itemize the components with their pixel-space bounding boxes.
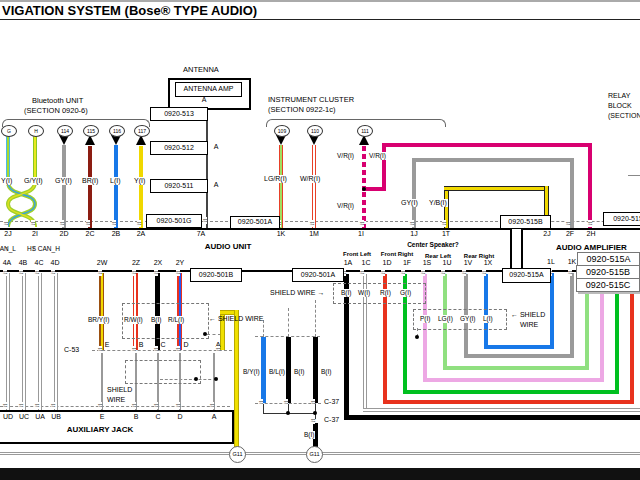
shield-wire-label: SHIELD [107,386,132,394]
relay-title-3: (SECTION [608,112,640,120]
wire-label: GY(I) [400,199,419,207]
antenna-amp-box: ANTENNA AMP [175,82,242,97]
pin: 1F [403,259,411,267]
shield-wire-outline [125,360,201,384]
wire-label: LG/R(I) [263,175,288,183]
wire-b2 [313,337,318,403]
wire-label: V/R(I) [336,202,355,210]
wire-bry [99,273,104,350]
wire-gy-long-v1 [412,160,416,228]
spk-wire-l [550,273,554,348]
junction-dot [415,335,419,339]
cl-conn-109: 109 [274,125,290,137]
pin: 2D [60,230,69,238]
pin: 1U [443,259,452,267]
spk-wire-r [383,400,634,404]
pin: 2W [97,259,108,267]
top-border [0,0,640,2]
wire-label: B/L(I) [268,368,286,376]
pin: 1D [383,259,392,267]
title-rule [0,19,640,20]
wire-label: W/R(I) [299,175,321,183]
pin: 2X [154,259,163,267]
junction-dot [214,377,218,381]
can-l-label: CAN_L [0,245,16,253]
wire-gy-long-v2 [570,158,574,228]
wire-label: B(I) [303,431,315,439]
pin: UA [35,413,45,421]
shield-wire-label: SHIELD [511,311,545,319]
pin: 2J [543,230,550,238]
pin: 1C [362,259,371,267]
shield-wire-label: SHIELD WIRE [270,289,324,297]
wire-label: V/R(I) [336,152,355,160]
connector-box: 0920-501A [292,268,344,282]
pin: 2B [112,230,121,238]
pin: 2A [137,230,146,238]
center-speaker-label: Center Speaker? [407,241,459,249]
audio-unit-box [0,228,512,272]
wire-label: BR/Y(I) [87,316,110,324]
connector-box-0920-513: 0920-513 [150,107,208,121]
wire-gy-long-h [412,158,574,162]
pin: 2C [86,230,95,238]
can-h-label: HS CAN_H [27,245,60,253]
junction-dot [286,411,290,415]
pin: UC [19,413,29,421]
shield-wire-outline [333,283,426,304]
group-label: Front Right [381,250,413,258]
shield-drain-line [288,308,289,337]
shield-wire-outline [122,303,209,339]
spk-wire-p [423,378,604,382]
bt-conn-116: 116 [109,125,125,137]
bluetooth-section: (SECTION 0920-6) [24,107,88,115]
wire-label: GY(I) [54,177,73,185]
bt-conn-117: 117 [134,125,150,137]
callout-box: 0920-515A [577,252,640,266]
antenna-pin-a: A [202,96,207,104]
audio-unit-title: AUDIO UNIT [205,243,252,251]
pin: 4C [35,259,44,267]
c53-label: C-53 [64,346,79,354]
wire-label: B(I) [320,368,332,376]
ground-g11: G11 [229,446,246,463]
shield-wire-label: WIRE [520,321,538,329]
wire-vr-upper [362,146,366,190]
pin: E [100,413,105,421]
spk-wire-gy [464,354,574,358]
junction-dot [194,377,198,381]
callout-box: 0920-515C [576,278,640,292]
wire-l-bt [114,145,118,228]
chain-a1: A [214,143,219,151]
wire-wr [312,145,316,228]
aux-wire [6,273,10,410]
spk-wire-p [600,293,604,381]
callout-box: 0920-515B [576,265,640,279]
connector-box-0920-511: 0920-511 [150,179,208,193]
ground-g11: G11 [306,446,323,463]
connector-box: 0920-501B [190,268,242,282]
shield-wire-outline [413,309,507,330]
wire-label: Y/B(I) [428,199,448,207]
wire-label: L(I) [109,177,122,185]
bluetooth-title: Bluetooth UNIT [32,97,83,105]
chain-a2: A [214,181,219,189]
pin: 4D [51,259,60,267]
pin: 1I [358,230,364,238]
c53-line [92,350,232,351]
wire-can2-upper [33,136,37,182]
junction-dot [203,332,207,336]
pin: D [177,413,182,421]
cluster-brace [266,119,446,127]
pin: UD [3,413,13,421]
connector-box-0920-501g: 0920-501G [146,214,202,228]
pin: 1X [484,259,493,267]
connector-box: 0920-515B [500,215,551,229]
pin: 1J [410,230,417,238]
bluetooth-brace [2,119,150,127]
spk-wire-gy [570,273,574,357]
wire-b1 [286,337,291,403]
page-title: VIGATION SYSTEM (Bose® TYPE AUDIO) [2,3,257,18]
pin: 4B [19,259,28,267]
spk-wire-lg [443,366,589,370]
